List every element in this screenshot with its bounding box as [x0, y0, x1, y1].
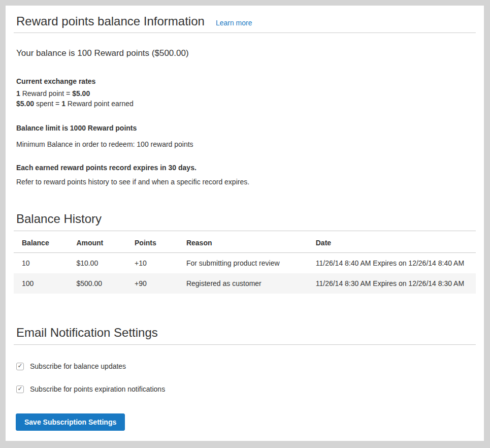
page-title: Reward points balance Information	[16, 14, 205, 29]
exchange-earn-line: 1 Reward point = $5.00	[16, 89, 90, 98]
cell-amount: $10.00	[68, 253, 126, 274]
expiry-note-text: Refer to reward points history to see if…	[16, 177, 476, 187]
learn-more-link[interactable]: Learn more	[216, 19, 252, 27]
cell-points: +90	[126, 273, 178, 294]
save-subscription-settings-button[interactable]: Save Subscription Settings	[16, 413, 125, 431]
column-header-date: Date	[308, 231, 476, 253]
email-settings-heading: Email Notification Settings	[14, 325, 476, 345]
exchange-rates-lines: 1 Reward point = $5.00 $5.00 spent = 1 R…	[16, 88, 476, 109]
minimum-balance-text: Minimum Balance in order to redeem: 100 …	[16, 139, 476, 149]
balance-summary: Your balance is 100 Reward points ($500.…	[16, 47, 476, 59]
balance-updates-label[interactable]: Subscribe for balance updates	[30, 362, 126, 370]
exchange-rates-heading: Current exchange rates	[16, 76, 476, 86]
cell-balance: 100	[14, 273, 68, 294]
cell-amount: $500.00	[68, 273, 126, 294]
table-header-row: Balance Amount Points Reason Date	[14, 231, 476, 253]
reward-points-card: Reward points balance Information Learn …	[6, 6, 484, 441]
checkmark-icon: ✓	[17, 386, 22, 392]
points-expiration-label[interactable]: Subscribe for points expiration notifica…	[30, 385, 165, 393]
checkmark-icon: ✓	[17, 363, 22, 369]
page-header: Reward points balance Information Learn …	[14, 14, 476, 33]
balance-limit-text: Balance limit is 1000 Reward points	[16, 123, 476, 133]
table-row: 100 $500.00 +90 Registered as customer 1…	[14, 273, 476, 294]
column-header-balance: Balance	[14, 231, 68, 253]
cell-date: 11/26/14 8:30 AM Expires on 12/26/14 8:3…	[308, 273, 476, 294]
column-header-reason: Reason	[178, 231, 308, 253]
balance-updates-checkbox[interactable]: ✓	[16, 363, 24, 370]
balance-history-heading: Balance History	[14, 211, 476, 231]
table-row: 10 $10.00 +10 For submitting product rev…	[14, 253, 476, 274]
cell-points: +10	[126, 253, 178, 274]
points-expiration-option: ✓ Subscribe for points expiration notifi…	[16, 385, 476, 393]
points-expiration-checkbox[interactable]: ✓	[16, 386, 24, 393]
cell-balance: 10	[14, 253, 68, 274]
cell-date: 11/26/14 8:40 AM Expires on 12/26/14 8:4…	[308, 253, 476, 274]
balance-updates-option: ✓ Subscribe for balance updates	[16, 362, 476, 370]
exchange-spend-line: $5.00 spent = 1 Reward point earned	[16, 100, 134, 108]
balance-history-table: Balance Amount Points Reason Date 10 $10…	[14, 231, 476, 294]
expiry-text: Each earned reward points record expires…	[16, 163, 476, 173]
column-header-amount: Amount	[68, 231, 126, 253]
cell-reason: For submitting product review	[178, 253, 308, 274]
cell-reason: Registered as customer	[178, 273, 308, 294]
column-header-points: Points	[126, 231, 178, 253]
